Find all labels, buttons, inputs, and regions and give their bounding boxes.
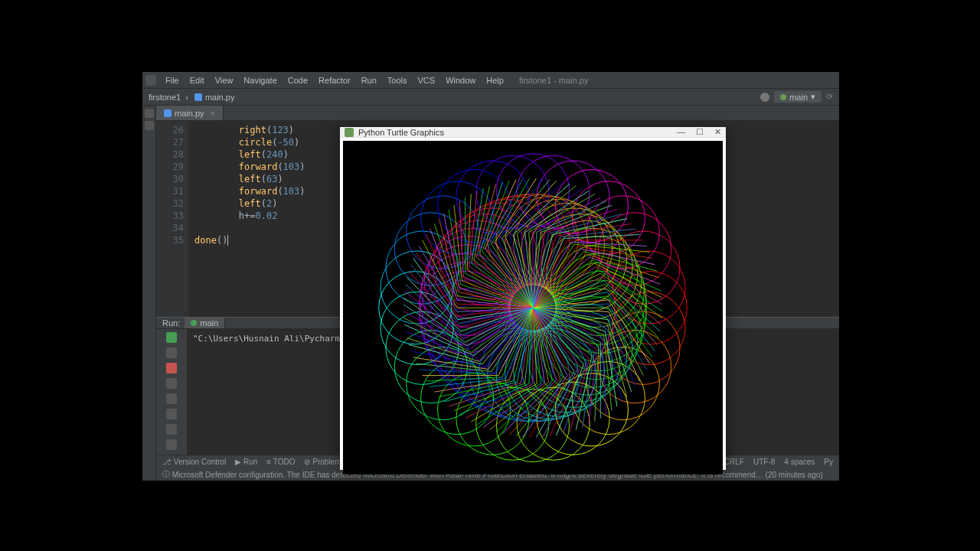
svg-point-9 — [496, 389, 569, 461]
menu-bar: File Edit View Navigate Code Refactor Ru… — [142, 72, 839, 89]
encoding-indicator[interactable]: UTF-8 — [753, 458, 775, 466]
sync-icon[interactable]: ⟳ — [826, 92, 833, 102]
turtle-canvas — [343, 141, 723, 474]
menu-tools[interactable]: Tools — [383, 74, 412, 86]
window-title-path: firstone1 - main.py — [519, 76, 588, 85]
breadcrumb-file[interactable]: main.py — [205, 93, 235, 102]
todo-button[interactable]: ≡ TODO — [266, 458, 295, 466]
python-file-icon — [194, 93, 202, 101]
print-button[interactable] — [166, 439, 177, 450]
run-toolbar — [156, 329, 187, 465]
user-icon[interactable] — [760, 93, 769, 102]
run-tab-label: Run: — [162, 318, 180, 328]
down-stack-button[interactable] — [166, 393, 177, 404]
turtle-window-title: Python Turtle Graphics — [358, 128, 444, 137]
close-icon[interactable]: × — [211, 109, 215, 118]
maximize-button[interactable]: ☐ — [696, 127, 704, 137]
up-stack-button[interactable] — [166, 378, 177, 389]
menu-code[interactable]: Code — [283, 74, 312, 86]
run-status-icon — [191, 320, 197, 326]
rerun-button[interactable] — [166, 332, 177, 343]
menu-run[interactable]: Run — [357, 74, 381, 86]
svg-point-18 — [379, 272, 452, 344]
scroll-end-button[interactable] — [166, 424, 177, 435]
tab-label: main.py — [175, 109, 204, 118]
version-control-button[interactable]: ⎇ Version Control — [162, 458, 226, 466]
run-status-icon — [780, 94, 786, 100]
menu-edit[interactable]: Edit — [185, 74, 209, 86]
run-config-selector[interactable]: main ▾ — [774, 91, 822, 103]
navigation-bar: firstone1 › main.py main ▾ ⟳ — [142, 89, 839, 106]
menu-vcs[interactable]: VCS — [413, 74, 440, 86]
app-logo-icon — [145, 75, 156, 86]
minimize-button[interactable]: — — [677, 127, 685, 137]
python-file-icon — [164, 109, 172, 117]
menu-help[interactable]: Help — [482, 74, 508, 86]
exit-button[interactable] — [166, 363, 177, 373]
svg-point-0 — [614, 272, 687, 344]
menu-view[interactable]: View — [211, 74, 238, 86]
interpreter-indicator[interactable]: Py — [824, 458, 833, 466]
svg-point-27 — [496, 154, 569, 227]
menu-refactor[interactable]: Refactor — [314, 74, 355, 86]
close-button[interactable]: ✕ — [714, 127, 721, 137]
editor-tabs: main.py × — [156, 106, 839, 121]
line-ending-indicator[interactable]: CRLF — [724, 458, 744, 466]
stop-button[interactable] — [166, 347, 177, 358]
structure-tool-button[interactable] — [145, 121, 154, 130]
problems-button[interactable]: ⊘ Problems — [304, 458, 345, 466]
menu-file[interactable]: File — [161, 74, 184, 86]
chevron-down-icon: ▾ — [811, 92, 815, 102]
line-number-gutter: 26 27 28 29 30 31 32 33 34 35 — [156, 121, 188, 317]
soft-wrap-button[interactable] — [166, 409, 177, 419]
run-button[interactable]: ▶ Run — [235, 458, 257, 466]
turtle-app-icon — [345, 128, 354, 137]
menu-window[interactable]: Window — [441, 74, 480, 86]
info-icon: ⓘ — [162, 469, 170, 480]
turtle-graphics-window[interactable]: Python Turtle Graphics — ☐ ✕ — [340, 127, 726, 470]
menu-navigate[interactable]: Navigate — [239, 74, 281, 86]
breadcrumb-sep: › — [185, 93, 188, 102]
run-config-name: main — [200, 318, 218, 328]
breadcrumb-project[interactable]: firstone1 — [149, 93, 181, 102]
turtle-title-bar[interactable]: Python Turtle Graphics — ☐ ✕ — [340, 127, 726, 138]
editor-tab-main[interactable]: main.py × — [156, 106, 224, 120]
project-tool-button[interactable] — [145, 109, 154, 118]
left-tool-strip — [142, 106, 156, 481]
run-config-label: main — [789, 93, 808, 102]
indent-indicator[interactable]: 4 spaces — [784, 458, 815, 466]
